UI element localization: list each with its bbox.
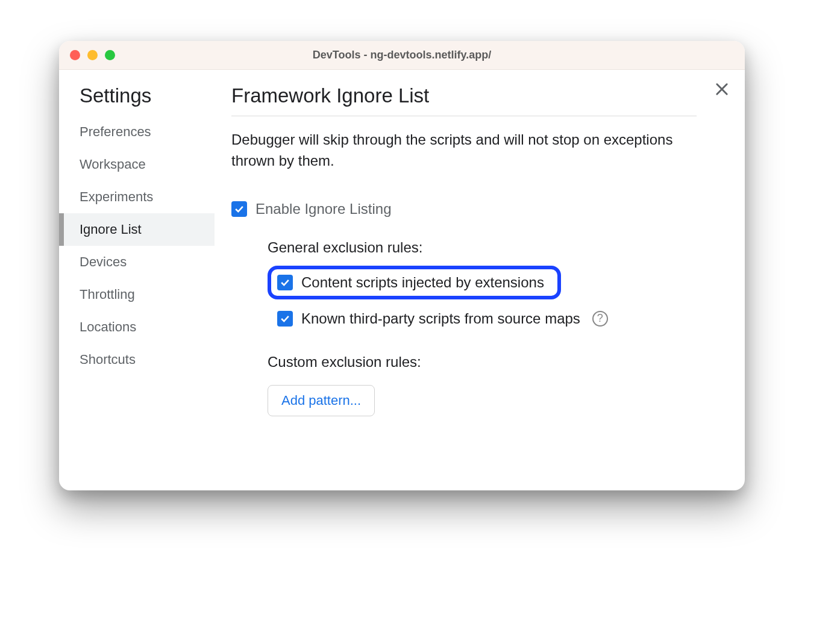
settings-main: Framework Ignore List Debugger will skip… <box>215 70 745 490</box>
enable-ignore-listing-row[interactable]: Enable Ignore Listing <box>231 201 697 217</box>
add-pattern-button[interactable]: Add pattern... <box>268 385 375 416</box>
content-scripts-checkbox[interactable] <box>277 275 293 290</box>
page-title: Framework Ignore List <box>231 84 697 116</box>
traffic-lights <box>70 50 115 60</box>
enable-ignore-listing-label: Enable Ignore Listing <box>255 201 392 217</box>
sidebar-title: Settings <box>59 84 215 116</box>
content-scripts-rule-row[interactable]: Content scripts injected by extensions <box>268 266 561 299</box>
third-party-label: Known third-party scripts from source ma… <box>301 310 580 327</box>
nav-item-workspace[interactable]: Workspace <box>59 148 215 181</box>
titlebar: DevTools - ng-devtools.netlify.app/ <box>59 41 745 70</box>
third-party-checkbox[interactable] <box>277 311 293 327</box>
devtools-settings-window: DevTools - ng-devtools.netlify.app/ Sett… <box>59 41 745 490</box>
check-icon <box>279 313 291 325</box>
custom-rules-heading: Custom exclusion rules: <box>268 354 697 371</box>
window-maximize-button[interactable] <box>105 50 115 60</box>
settings-nav: Preferences Workspace Experiments Ignore… <box>59 116 215 376</box>
window-minimize-button[interactable] <box>87 50 98 60</box>
settings-sidebar: Settings Preferences Workspace Experimen… <box>59 70 215 490</box>
page-description: Debugger will skip through the scripts a… <box>231 130 697 172</box>
help-icon[interactable]: ? <box>592 311 608 327</box>
content-scripts-label: Content scripts injected by extensions <box>301 274 544 291</box>
general-rules-heading: General exclusion rules: <box>268 239 697 256</box>
third-party-rule-row[interactable]: Known third-party scripts from source ma… <box>268 308 697 330</box>
nav-item-shortcuts[interactable]: Shortcuts <box>59 343 215 376</box>
nav-item-preferences[interactable]: Preferences <box>59 116 215 148</box>
nav-item-locations[interactable]: Locations <box>59 311 215 343</box>
settings-body: Settings Preferences Workspace Experimen… <box>59 70 745 490</box>
window-close-button[interactable] <box>70 50 80 60</box>
general-rules-block: Content scripts injected by extensions K… <box>268 266 697 330</box>
close-settings-button[interactable] <box>713 81 730 98</box>
nav-item-experiments[interactable]: Experiments <box>59 181 215 213</box>
window-title: DevTools - ng-devtools.netlify.app/ <box>59 49 745 61</box>
check-icon <box>233 203 245 215</box>
nav-item-ignore-list[interactable]: Ignore List <box>59 213 215 246</box>
nav-item-devices[interactable]: Devices <box>59 246 215 278</box>
check-icon <box>279 277 291 289</box>
enable-ignore-listing-checkbox[interactable] <box>231 201 247 217</box>
nav-item-throttling[interactable]: Throttling <box>59 278 215 311</box>
